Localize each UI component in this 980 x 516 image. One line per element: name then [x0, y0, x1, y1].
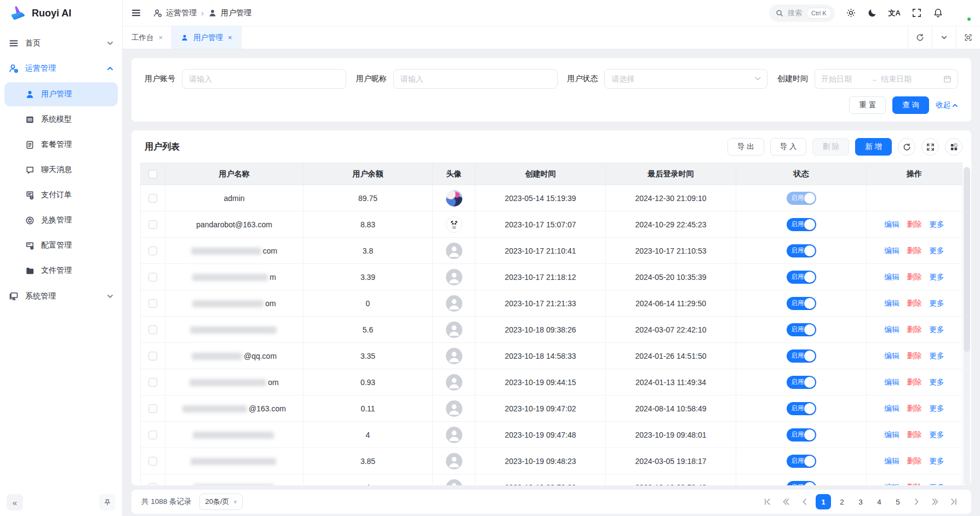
sidebar-item-file-management[interactable]: 文件管理	[4, 259, 118, 283]
delete-link[interactable]: 删除	[907, 378, 922, 386]
more-link[interactable]: 更多	[930, 483, 944, 486]
date-range-picker[interactable]: →	[815, 69, 958, 89]
status-toggle[interactable]: 启用	[787, 192, 816, 205]
more-link[interactable]: 更多	[930, 457, 944, 465]
status-toggle[interactable]: 启用	[787, 349, 816, 363]
next-page-button[interactable]	[909, 494, 924, 509]
row-checkbox[interactable]	[148, 457, 157, 466]
edit-link[interactable]: 编辑	[885, 457, 899, 465]
reset-button[interactable]: 重 置	[849, 96, 886, 114]
breadcrumb-user-management[interactable]: 用户管理	[208, 8, 251, 18]
sidebar-item-config-management[interactable]: 配置管理	[4, 233, 118, 257]
more-link[interactable]: 更多	[930, 299, 944, 307]
status-select[interactable]	[604, 69, 767, 89]
search-button[interactable]: 查 询	[892, 96, 929, 114]
sidebar-item-operation[interactable]: 运营管理	[0, 56, 122, 81]
tab-workbench[interactable]: 工作台 ×	[123, 26, 172, 49]
account-input[interactable]	[182, 69, 346, 89]
row-checkbox[interactable]	[148, 404, 157, 413]
tab-user-management[interactable]: 用户管理 ×	[172, 26, 242, 49]
export-button[interactable]: 导 出	[727, 138, 764, 156]
row-checkbox[interactable]	[148, 483, 157, 485]
sidebar-item-redeem-management[interactable]: 兑换管理	[4, 208, 118, 232]
page-button-1[interactable]: 1	[816, 494, 831, 509]
status-toggle[interactable]: 启用	[787, 428, 816, 442]
more-link[interactable]: 更多	[930, 325, 944, 334]
delete-link[interactable]: 删除	[907, 483, 922, 486]
more-link[interactable]: 更多	[930, 404, 944, 412]
tab-refresh-button[interactable]	[908, 26, 932, 49]
delete-link[interactable]: 删除	[907, 404, 922, 412]
start-date-input[interactable]	[821, 74, 867, 83]
page-button-4[interactable]: 4	[872, 494, 887, 509]
sidebar-item-user-management[interactable]: 用户管理	[4, 82, 118, 106]
edit-link[interactable]: 编辑	[885, 299, 899, 307]
status-toggle[interactable]: 启用	[787, 481, 816, 486]
add-button[interactable]: 新 增	[855, 138, 892, 156]
row-checkbox[interactable]	[148, 220, 157, 229]
collapse-filters-link[interactable]: 收起	[936, 100, 958, 110]
menu-toggle-button[interactable]	[130, 8, 141, 19]
status-toggle[interactable]: 启用	[787, 297, 816, 310]
status-toggle[interactable]: 启用	[787, 271, 816, 284]
page-button-2[interactable]: 2	[834, 494, 850, 509]
more-link[interactable]: 更多	[930, 273, 944, 281]
delete-link[interactable]: 删除	[907, 352, 922, 360]
brand[interactable]: Ruoyi AI	[0, 0, 122, 26]
edit-link[interactable]: 编辑	[885, 378, 899, 386]
jump-back-button[interactable]	[778, 494, 794, 509]
notifications-button[interactable]	[933, 8, 943, 18]
row-checkbox[interactable]	[148, 273, 157, 282]
delete-link[interactable]: 删除	[907, 457, 922, 465]
close-icon[interactable]: ×	[159, 33, 163, 42]
jump-forward-button[interactable]	[927, 494, 943, 509]
global-search[interactable]: 搜索 Ctrl K	[769, 4, 835, 22]
delete-link[interactable]: 删除	[907, 220, 922, 228]
sidebar-item-payment-orders[interactable]: 支付订单	[4, 183, 118, 207]
delete-link[interactable]: 删除	[907, 431, 922, 439]
tab-maximize-button[interactable]	[956, 26, 980, 49]
sidebar-item-chat-messages[interactable]: 聊天消息	[4, 158, 118, 182]
dark-mode-button[interactable]	[867, 8, 878, 18]
edit-link[interactable]: 编辑	[885, 404, 899, 412]
page-size-select[interactable]: 20条/页 ▾	[199, 494, 243, 510]
delete-link[interactable]: 删除	[907, 325, 922, 334]
row-checkbox[interactable]	[148, 352, 157, 360]
select-all-checkbox[interactable]	[148, 170, 157, 179]
row-checkbox[interactable]	[148, 431, 157, 439]
page-button-5[interactable]: 5	[890, 494, 906, 509]
last-page-button[interactable]	[946, 494, 961, 509]
end-date-input[interactable]	[881, 74, 927, 83]
row-checkbox[interactable]	[148, 194, 157, 203]
status-toggle[interactable]: 启用	[787, 402, 816, 415]
sidebar-item-home[interactable]: 首页	[0, 31, 122, 56]
first-page-button[interactable]	[760, 494, 775, 509]
more-link[interactable]: 更多	[930, 246, 944, 255]
scrollbar-thumb[interactable]	[964, 167, 970, 352]
import-button[interactable]: 导 入	[770, 138, 807, 156]
edit-link[interactable]: 编辑	[885, 273, 899, 281]
row-checkbox[interactable]	[148, 246, 157, 255]
edit-link[interactable]: 编辑	[885, 352, 899, 360]
more-link[interactable]: 更多	[930, 352, 944, 360]
more-link[interactable]: 更多	[930, 378, 944, 386]
tab-list-dropdown[interactable]	[932, 26, 956, 49]
row-checkbox[interactable]	[148, 378, 157, 387]
delete-link[interactable]: 删除	[907, 299, 922, 307]
settings-button[interactable]	[846, 8, 856, 18]
breadcrumb-operation[interactable]: 运营管理	[153, 8, 197, 18]
status-toggle[interactable]: 启用	[787, 218, 816, 231]
fullscreen-button[interactable]	[912, 8, 922, 18]
more-link[interactable]: 更多	[930, 431, 944, 439]
edit-link[interactable]: 编辑	[885, 483, 899, 486]
edit-link[interactable]: 编辑	[885, 220, 899, 228]
language-button[interactable]: 文A	[889, 8, 901, 18]
fullscreen-table-button[interactable]	[921, 138, 939, 156]
status-select-input[interactable]	[604, 69, 767, 89]
close-icon[interactable]: ×	[228, 33, 232, 42]
row-checkbox[interactable]	[148, 325, 157, 334]
status-toggle[interactable]: 启用	[787, 323, 816, 336]
sidebar-item-system-management[interactable]: 系统管理	[0, 284, 122, 309]
edit-link[interactable]: 编辑	[885, 246, 899, 255]
user-avatar[interactable]	[954, 4, 971, 21]
